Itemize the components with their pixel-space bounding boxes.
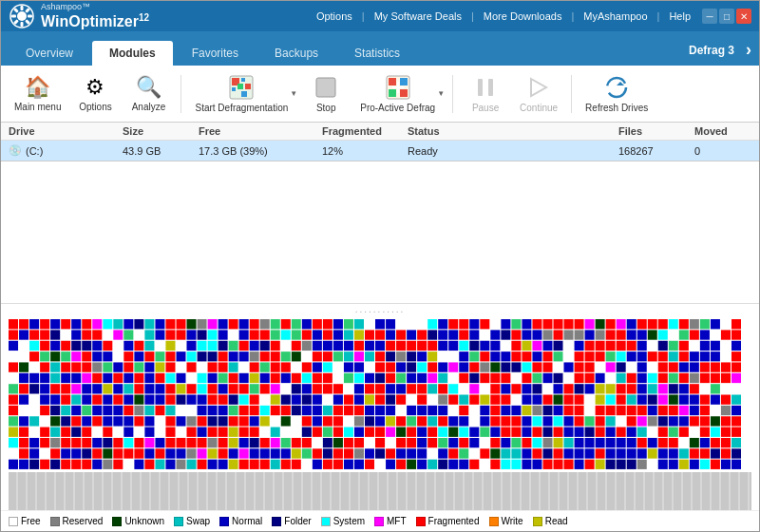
svg-rect-19: [389, 78, 396, 86]
nav-arrow-icon[interactable]: ›: [746, 40, 751, 60]
start-defrag-icon: [228, 74, 255, 101]
start-defrag-group: Start Defragmentation ▼: [189, 69, 297, 119]
drive-table: Drive Size Free Fragmented Status Files …: [1, 123, 759, 162]
drive-c-size: 43.9 GB: [123, 145, 199, 157]
drive-table-header: Drive Size Free Fragmented Status Files …: [1, 123, 759, 141]
legend-write-color: [489, 517, 499, 526]
legend-folder: Folder: [272, 516, 311, 526]
col-size: Size: [123, 125, 199, 137]
legend-write: Write: [489, 516, 523, 526]
analyze-button[interactable]: 🔍 Analyze: [124, 69, 173, 119]
refresh-drives-label: Refresh Drives: [585, 103, 648, 113]
refresh-drives-icon: [603, 74, 630, 101]
legend-system-color: [321, 517, 331, 526]
disk-map-canvas: [9, 319, 751, 471]
legend-mft: MFT: [374, 516, 407, 526]
drive-c-fragmented: 12%: [322, 145, 408, 157]
main-menu-button[interactable]: 🏠 Main menu: [9, 69, 66, 119]
pause-icon: [472, 74, 499, 101]
svg-rect-4: [28, 15, 32, 18]
svg-rect-22: [400, 89, 408, 97]
legend-system: System: [321, 516, 365, 526]
legend-normal-color: [219, 517, 229, 526]
legend-read: Read: [533, 516, 568, 526]
start-defrag-button[interactable]: Start Defragmentation: [189, 69, 294, 119]
svg-rect-14: [238, 84, 243, 89]
legend-system-label: System: [333, 516, 365, 526]
legend-folder-color: [272, 517, 281, 526]
pro-active-icon: [385, 74, 411, 101]
svg-marker-25: [531, 79, 546, 96]
tab-statistics[interactable]: Statistics: [337, 41, 417, 66]
legend: Free Reserved Unknown Swap Normal: [1, 510, 759, 531]
col-status: Status: [408, 125, 493, 137]
tab-backups[interactable]: Backups: [257, 41, 335, 66]
logo-icon: [9, 3, 35, 29]
minimize-button[interactable]: ─: [702, 9, 717, 24]
legend-free-color: [9, 517, 18, 526]
menu-myashampoo[interactable]: MyAshampoo: [583, 10, 647, 22]
window-controls: ─ □ ✕: [702, 9, 751, 24]
legend-swap: Swap: [174, 516, 210, 526]
drive-c-files: 168267: [618, 145, 694, 157]
svg-rect-24: [488, 79, 493, 96]
menu-help[interactable]: Help: [669, 10, 691, 22]
pro-active-label: Pro-Active Defrag: [360, 103, 435, 113]
legend-read-color: [533, 517, 542, 526]
legend-reserved-color: [50, 517, 60, 526]
legend-folder-label: Folder: [284, 516, 311, 526]
legend-swap-label: Swap: [186, 516, 210, 526]
pause-button[interactable]: Pause: [461, 69, 510, 119]
pro-active-dropdown[interactable]: ▼: [437, 89, 445, 98]
menu-software-deals[interactable]: My Software Deals: [374, 10, 462, 22]
drive-c-name: 💿 (C:): [9, 144, 123, 157]
legend-reserved-label: Reserved: [63, 516, 104, 526]
pro-active-defrag-button[interactable]: Pro-Active Defrag: [354, 69, 441, 119]
svg-rect-13: [232, 87, 236, 91]
svg-rect-20: [400, 78, 408, 86]
svg-rect-23: [478, 79, 483, 96]
resize-handle[interactable]: ...........: [1, 304, 759, 315]
refresh-drives-button[interactable]: Refresh Drives: [580, 69, 654, 119]
menu-downloads[interactable]: More Downloads: [484, 10, 562, 22]
legend-fragmented-label: Fragmented: [428, 516, 480, 526]
toolbar: 🏠 Main menu ⚙ Options 🔍 Analyze: [1, 66, 759, 123]
content-area: ........... Free Reserved Unknown: [1, 162, 759, 531]
drive-row-c[interactable]: 💿 (C:) 43.9 GB 17.3 GB (39%) 12% Ready 1…: [1, 141, 759, 161]
continue-button[interactable]: Continue: [514, 69, 563, 119]
legend-unknown-label: Unknown: [124, 516, 164, 526]
col-moved: Moved: [694, 125, 751, 137]
menu-bar: Options | My Software Deals | More Downl…: [316, 10, 691, 22]
close-button[interactable]: ✕: [736, 9, 751, 24]
options-icon: ⚙: [86, 75, 104, 100]
svg-rect-17: [316, 78, 335, 97]
options-label: Options: [79, 102, 111, 112]
svg-rect-12: [241, 78, 245, 82]
tab-modules[interactable]: Modules: [92, 41, 173, 66]
continue-icon: [525, 74, 552, 101]
empty-area: [1, 162, 759, 303]
start-defrag-label: Start Defragmentation: [195, 103, 288, 113]
col-drive: Drive: [9, 125, 123, 137]
separator-3: [571, 75, 572, 113]
maximize-button[interactable]: □: [719, 9, 734, 24]
tab-overview[interactable]: Overview: [9, 41, 90, 66]
menu-options[interactable]: Options: [316, 10, 352, 22]
drive-icon: 💿: [9, 144, 22, 157]
col-empty: [493, 125, 618, 137]
svg-rect-16: [241, 91, 247, 97]
tab-favorites[interactable]: Favorites: [175, 41, 256, 66]
options-button[interactable]: ⚙ Options: [70, 69, 120, 119]
separator-2: [452, 75, 453, 113]
disk-visualization: [1, 315, 759, 472]
start-defrag-dropdown[interactable]: ▼: [290, 89, 297, 98]
stop-button[interactable]: Stop: [301, 69, 351, 119]
nav-tabs: Overview Modules Favorites Backups Stati…: [1, 31, 759, 66]
col-free: Free: [199, 125, 322, 137]
svg-rect-21: [389, 89, 396, 97]
col-fragmented: Fragmented: [322, 125, 408, 137]
legend-free: Free: [9, 516, 41, 526]
legend-write-label: Write: [502, 516, 523, 526]
legend-unknown: Unknown: [112, 516, 164, 526]
logo-text: Ashampoo™ WinOptimizer12: [41, 2, 149, 30]
